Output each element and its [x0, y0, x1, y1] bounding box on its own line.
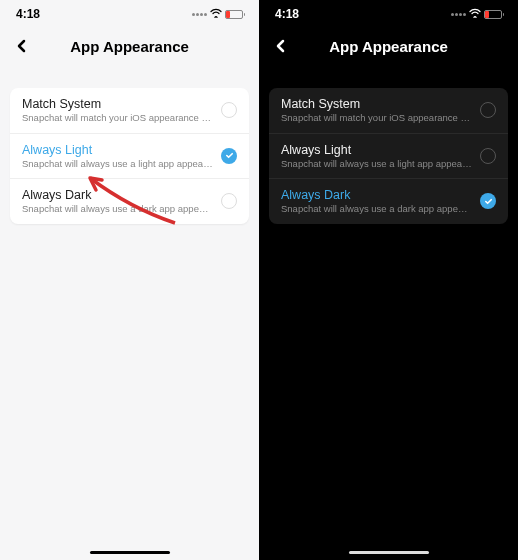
option-desc: Snapchat will always use a dark app appe… — [22, 203, 213, 215]
status-indicators — [451, 7, 502, 21]
option-label: Match System — [281, 96, 472, 112]
option-match-system[interactable]: Match System Snapchat will match your iO… — [10, 88, 249, 133]
option-label: Always Light — [22, 142, 213, 158]
option-desc: Snapchat will match your iOS appearance … — [281, 112, 472, 124]
radio-unchecked-icon[interactable] — [480, 102, 496, 118]
light-mode-screenshot: 4:18 App Appearance Match System Snapcha… — [0, 0, 259, 560]
wifi-icon — [210, 7, 222, 21]
option-match-system[interactable]: Match System Snapchat will match your iO… — [269, 88, 508, 133]
radio-unchecked-icon[interactable] — [480, 148, 496, 164]
cellular-signal-icon — [192, 13, 207, 16]
options-card: Match System Snapchat will match your iO… — [269, 88, 508, 224]
home-indicator[interactable] — [349, 551, 429, 554]
option-always-dark[interactable]: Always Dark Snapchat will always use a d… — [269, 178, 508, 224]
options-container: Match System Snapchat will match your iO… — [0, 64, 259, 224]
status-bar: 4:18 — [0, 0, 259, 28]
battery-icon — [225, 10, 243, 19]
home-indicator[interactable] — [90, 551, 170, 554]
page-title: App Appearance — [259, 38, 518, 55]
option-label: Always Dark — [22, 187, 213, 203]
option-always-dark[interactable]: Always Dark Snapchat will always use a d… — [10, 178, 249, 224]
radio-checked-icon[interactable] — [480, 193, 496, 209]
battery-icon — [484, 10, 502, 19]
option-desc: Snapchat will match your iOS appearance … — [22, 112, 213, 124]
option-label: Always Dark — [281, 187, 472, 203]
option-desc: Snapchat will always use a light app app… — [281, 158, 472, 170]
nav-header: App Appearance — [259, 28, 518, 64]
nav-header: App Appearance — [0, 28, 259, 64]
option-always-light[interactable]: Always Light Snapchat will always use a … — [269, 133, 508, 179]
status-indicators — [192, 7, 243, 21]
cellular-signal-icon — [451, 13, 466, 16]
options-card: Match System Snapchat will match your iO… — [10, 88, 249, 224]
radio-unchecked-icon[interactable] — [221, 102, 237, 118]
page-title: App Appearance — [0, 38, 259, 55]
radio-unchecked-icon[interactable] — [221, 193, 237, 209]
option-desc: Snapchat will always use a dark app appe… — [281, 203, 472, 215]
option-always-light[interactable]: Always Light Snapchat will always use a … — [10, 133, 249, 179]
option-label: Always Light — [281, 142, 472, 158]
status-bar: 4:18 — [259, 0, 518, 28]
wifi-icon — [469, 7, 481, 21]
option-label: Match System — [22, 96, 213, 112]
status-time: 4:18 — [275, 7, 299, 21]
radio-checked-icon[interactable] — [221, 148, 237, 164]
status-time: 4:18 — [16, 7, 40, 21]
options-container: Match System Snapchat will match your iO… — [259, 64, 518, 224]
dark-mode-screenshot: 4:18 App Appearance Match System Snapcha… — [259, 0, 518, 560]
option-desc: Snapchat will always use a light app app… — [22, 158, 213, 170]
